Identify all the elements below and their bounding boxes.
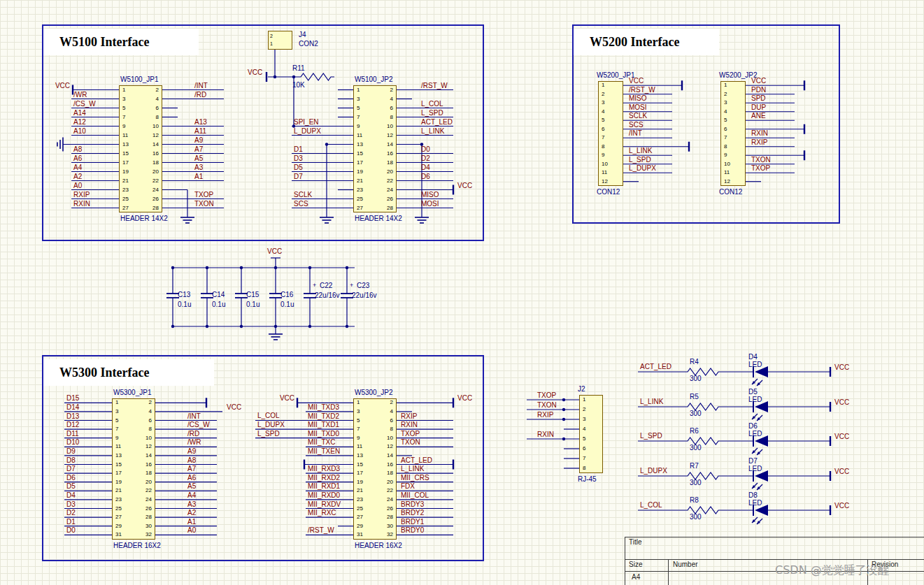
- component-ref[interactable]: J2: [578, 385, 585, 393]
- component-ref[interactable]: R8: [690, 496, 699, 504]
- power-label[interactable]: VCC: [834, 398, 849, 406]
- component-ref[interactable]: D6: [748, 422, 758, 430]
- power-label[interactable]: VCC: [834, 468, 849, 475]
- net-label[interactable]: /WR: [73, 91, 87, 99]
- component-type[interactable]: HEADER 16X2: [113, 542, 161, 549]
- net-label[interactable]: A6: [187, 474, 196, 482]
- component-ref[interactable]: D7: [748, 457, 758, 465]
- net-label[interactable]: FDX: [401, 482, 415, 490]
- net-label[interactable]: MII_RXC: [308, 509, 336, 517]
- net-label[interactable]: /RST_W: [629, 86, 655, 94]
- net-label[interactable]: D4: [421, 164, 430, 171]
- net-label[interactable]: MOSI: [421, 200, 439, 208]
- net-label[interactable]: /RST_W: [308, 526, 334, 534]
- net-label[interactable]: D11: [66, 430, 79, 438]
- component-ref[interactable]: C15: [246, 291, 259, 298]
- component-value[interactable]: 300: [690, 375, 702, 382]
- junction-dot[interactable]: [171, 266, 174, 269]
- net-label[interactable]: TXOP: [751, 164, 770, 172]
- net-label[interactable]: L_COL: [257, 412, 280, 419]
- net-label[interactable]: L_LINK: [401, 465, 424, 472]
- net-label[interactable]: SPI_EN: [294, 118, 319, 126]
- net-label[interactable]: MII_RXD1: [308, 482, 340, 490]
- power-label[interactable]: VCC: [227, 403, 241, 411]
- net-label[interactable]: L_LINK: [421, 127, 444, 135]
- net-label[interactable]: SCLK: [629, 112, 647, 120]
- net-label[interactable]: TXON: [751, 156, 771, 164]
- net-label[interactable]: RXIN: [751, 129, 768, 137]
- net-label[interactable]: MISO: [421, 191, 439, 198]
- net-label[interactable]: MOSI: [629, 103, 647, 111]
- net-label[interactable]: A11: [194, 127, 206, 135]
- net-label[interactable]: SCS: [294, 200, 308, 208]
- net-label[interactable]: /CS_W: [187, 421, 210, 428]
- component-value[interactable]: 0.1u: [212, 301, 225, 308]
- net-label[interactable]: RXIP: [73, 191, 90, 198]
- net-label[interactable]: BRDY2: [401, 509, 424, 517]
- net-label[interactable]: L_DUPX: [294, 127, 321, 135]
- component-ref[interactable]: W5100_JP2: [355, 75, 392, 83]
- net-label[interactable]: D5: [294, 164, 303, 171]
- net-label[interactable]: D0: [421, 145, 430, 153]
- component-value[interactable]: 300: [690, 410, 702, 417]
- net-label[interactable]: D4: [66, 491, 76, 499]
- net-label[interactable]: A5: [187, 482, 196, 490]
- component-value[interactable]: 0.1u: [178, 301, 191, 308]
- component-type[interactable]: HEADER 14X2: [120, 215, 168, 222]
- net-label[interactable]: D5: [66, 482, 76, 490]
- net-label[interactable]: ACT_LED: [421, 118, 453, 126]
- net-label[interactable]: MII_TXD1: [308, 421, 339, 428]
- component-ref[interactable]: R6: [690, 427, 699, 435]
- net-label[interactable]: D8: [66, 456, 76, 464]
- net-label[interactable]: A13: [194, 118, 207, 126]
- net-label[interactable]: MII_RXD2: [308, 474, 340, 482]
- component-value[interactable]: 22u/16v: [352, 291, 377, 299]
- net-label[interactable]: MII_TXEN: [308, 447, 340, 455]
- component-type[interactable]: CON12: [597, 188, 620, 196]
- component-value[interactable]: 300: [690, 479, 702, 486]
- net-label[interactable]: A1: [194, 173, 203, 180]
- polarity-plus[interactable]: +: [350, 282, 353, 289]
- section-title[interactable]: W5100 Interface: [59, 35, 149, 50]
- component-value[interactable]: 22u/16v: [315, 291, 340, 299]
- junction-dot[interactable]: [308, 266, 311, 269]
- component-type[interactable]: LED: [748, 430, 762, 438]
- junction-dot[interactable]: [206, 266, 208, 269]
- net-label[interactable]: L_SPD: [257, 430, 280, 438]
- net-label[interactable]: D2: [421, 154, 430, 162]
- net-label[interactable]: A12: [73, 118, 86, 126]
- component-value[interactable]: 300: [690, 513, 702, 521]
- net-label[interactable]: RXIN: [537, 431, 554, 438]
- net-label[interactable]: ACT_LED: [401, 456, 432, 464]
- net-label[interactable]: D3: [294, 154, 303, 162]
- component-ref[interactable]: R7: [690, 462, 699, 470]
- junction-dot[interactable]: [562, 408, 565, 411]
- component-ref[interactable]: C23: [357, 282, 369, 289]
- junction-dot[interactable]: [240, 325, 243, 328]
- net-label[interactable]: A8: [187, 456, 196, 464]
- component-ref[interactable]: D5: [748, 388, 758, 396]
- net-label[interactable]: BRDY1: [401, 518, 424, 526]
- junction-dot[interactable]: [240, 266, 243, 269]
- component-type[interactable]: HEADER 14X2: [355, 215, 402, 222]
- net-label[interactable]: /WR: [187, 438, 201, 446]
- net-label[interactable]: MII_CRS: [401, 474, 429, 482]
- net-label[interactable]: DUP: [751, 103, 766, 111]
- power-label[interactable]: VCC: [267, 247, 282, 255]
- net-label[interactable]: ANE: [751, 112, 766, 120]
- net-label[interactable]: MII_RXD0: [308, 491, 340, 499]
- component-type[interactable]: LED: [748, 361, 762, 368]
- net-label[interactable]: L_DUPX: [640, 467, 667, 475]
- power-label[interactable]: VCC: [834, 433, 849, 440]
- net-label[interactable]: A0: [187, 526, 196, 534]
- net-label[interactable]: A7: [187, 465, 196, 472]
- net-label[interactable]: RXIN: [401, 421, 418, 428]
- net-label[interactable]: D14: [66, 403, 79, 411]
- net-label[interactable]: L_COL: [640, 501, 662, 509]
- net-label[interactable]: A4: [73, 164, 82, 171]
- junction-dot[interactable]: [308, 325, 311, 328]
- net-label[interactable]: A10: [73, 127, 86, 135]
- net-label[interactable]: /RD: [187, 430, 199, 438]
- net-label[interactable]: RXIP: [537, 411, 553, 419]
- component-type[interactable]: LED: [748, 396, 762, 403]
